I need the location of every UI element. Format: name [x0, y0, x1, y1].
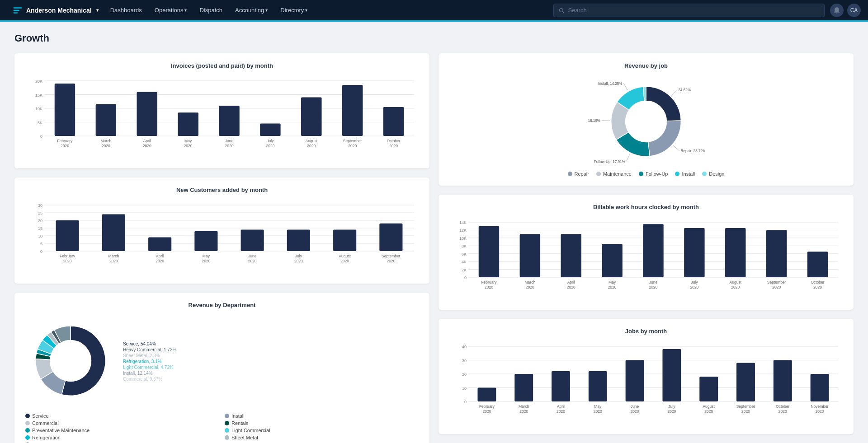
- company-logo[interactable]: Anderson Mechanical ▾: [7, 5, 104, 15]
- nav-operations[interactable]: Operations ▾: [148, 0, 193, 21]
- svg-text:20K: 20K: [35, 79, 42, 84]
- svg-text:2020: 2020: [225, 144, 234, 148]
- svg-rect-73: [379, 224, 402, 251]
- jobs-month-card: Jobs by month 403020100February2020March…: [439, 319, 854, 434]
- left-column: Invoices (posted and paid) by month 20K1…: [14, 53, 429, 443]
- svg-rect-58: [148, 237, 171, 251]
- svg-text:June: June: [649, 280, 658, 284]
- svg-text:2020: 2020: [389, 144, 398, 148]
- svg-text:August: August: [306, 139, 318, 143]
- svg-text:May: May: [594, 404, 602, 409]
- svg-text:Follow-Up, 17.91%: Follow-Up, 17.91%: [594, 160, 625, 164]
- directory-arrow: ▾: [305, 8, 307, 13]
- billable-hours-card: Billable work hours clocked by month 14K…: [439, 195, 854, 310]
- legend-item: Service: [25, 413, 219, 419]
- svg-rect-35: [383, 107, 404, 136]
- svg-text:2020: 2020: [741, 409, 750, 414]
- nav-dashboards[interactable]: Dashboards: [104, 0, 148, 21]
- svg-text:2020: 2020: [813, 285, 822, 289]
- svg-text:February: February: [57, 139, 73, 143]
- svg-rect-67: [287, 229, 310, 251]
- svg-text:March: March: [525, 280, 536, 284]
- svg-text:2020: 2020: [348, 144, 357, 148]
- svg-text:October: October: [776, 404, 789, 409]
- legend-item: Rentals: [225, 420, 419, 426]
- search-bar[interactable]: [553, 4, 825, 17]
- svg-rect-154: [662, 349, 681, 401]
- svg-text:October: October: [811, 280, 824, 284]
- svg-rect-114: [643, 224, 663, 277]
- svg-text:June: June: [248, 254, 257, 258]
- svg-rect-151: [626, 360, 644, 402]
- new-customers-title: New Customers added by month: [25, 187, 419, 193]
- svg-text:2020: 2020: [143, 144, 151, 148]
- svg-text:2020: 2020: [387, 259, 395, 263]
- svg-text:March: March: [519, 404, 529, 409]
- nav-right: CA: [825, 4, 861, 17]
- svg-rect-23: [219, 106, 239, 136]
- svg-text:August: August: [730, 280, 742, 284]
- svg-rect-145: [552, 371, 570, 401]
- svg-text:0: 0: [40, 249, 42, 254]
- svg-text:2020: 2020: [482, 409, 491, 414]
- search-input[interactable]: [568, 7, 820, 14]
- invoices-svg: 20K15K10K5K0February2020March2020April20…: [25, 76, 419, 158]
- dept-label: Sheet Metal, 2.3%: [123, 353, 419, 358]
- svg-text:10K: 10K: [35, 107, 42, 111]
- svg-text:5: 5: [40, 242, 42, 246]
- svg-text:12K: 12K: [459, 228, 467, 233]
- revenue-dept-title: Revenue by Department: [25, 302, 419, 308]
- revenue-dept-card: Revenue by Department Service, 54.04%Hea…: [14, 293, 429, 443]
- svg-rect-70: [333, 229, 356, 251]
- svg-rect-52: [56, 220, 79, 251]
- accounting-arrow: ▾: [265, 8, 268, 13]
- svg-rect-139: [477, 388, 496, 402]
- svg-text:2020: 2020: [184, 144, 193, 148]
- legend-item: Light Commercial: [225, 428, 419, 433]
- dept-label: Refrigeration, 3.1%: [123, 359, 419, 364]
- nav-directory[interactable]: Directory ▾: [274, 0, 314, 21]
- svg-text:14K: 14K: [459, 220, 467, 225]
- svg-text:September: September: [736, 404, 755, 409]
- svg-text:2020: 2020: [294, 259, 303, 263]
- svg-rect-117: [684, 228, 704, 277]
- svg-text:November: November: [811, 404, 828, 409]
- svg-text:Maintenance, 18.19%: Maintenance, 18.19%: [587, 119, 600, 123]
- svg-text:July: July: [668, 404, 675, 409]
- dept-label: Install, 12.14%: [123, 371, 419, 376]
- svg-text:April: April: [156, 254, 164, 258]
- svg-line-76: [671, 90, 677, 96]
- svg-rect-55: [102, 214, 125, 251]
- invoices-chart: 20K15K10K5K0February2020March2020April20…: [25, 76, 419, 159]
- jobs-svg: 403020100February2020March2020April2020M…: [449, 342, 843, 423]
- legend-item: Preventative Maintenance: [25, 428, 219, 433]
- user-avatar[interactable]: CA: [847, 4, 861, 17]
- svg-text:April: April: [557, 404, 565, 409]
- svg-text:10: 10: [462, 386, 467, 391]
- svg-rect-148: [589, 371, 607, 401]
- svg-text:2020: 2020: [778, 409, 787, 414]
- svg-line-84: [623, 83, 627, 90]
- legend-item: Design: [702, 171, 724, 177]
- svg-text:2020: 2020: [307, 144, 316, 148]
- nav-dispatch[interactable]: Dispatch: [193, 0, 229, 21]
- svg-text:2020: 2020: [526, 285, 534, 289]
- svg-text:10: 10: [38, 234, 42, 238]
- nav-accounting[interactable]: Accounting ▾: [229, 0, 274, 21]
- svg-text:2020: 2020: [608, 285, 617, 289]
- notifications-icon[interactable]: [830, 4, 844, 17]
- svg-text:2020: 2020: [816, 409, 824, 414]
- svg-text:30: 30: [462, 359, 467, 363]
- svg-text:Install, 14.25%: Install, 14.25%: [598, 82, 623, 86]
- legend-item: Refrigeration: [25, 435, 219, 440]
- svg-rect-166: [811, 374, 829, 401]
- svg-rect-160: [736, 363, 755, 401]
- svg-rect-11: [55, 84, 75, 136]
- svg-text:20: 20: [462, 372, 467, 377]
- svg-text:30: 30: [38, 203, 42, 208]
- page-content: Growth Invoices (posted and paid) by mon…: [0, 22, 868, 443]
- svg-text:2020: 2020: [772, 285, 781, 289]
- company-dropdown-icon[interactable]: ▾: [96, 8, 99, 13]
- svg-text:March: March: [108, 254, 119, 258]
- new-customers-chart: 302520151050February2020March2020April20…: [25, 201, 419, 275]
